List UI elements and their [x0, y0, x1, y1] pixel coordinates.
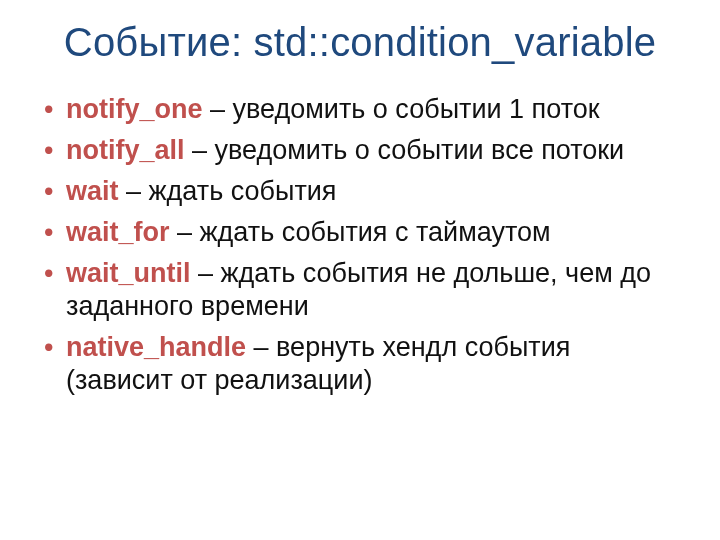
list-item: native_handle – вернуть хендл события (з… [40, 331, 674, 397]
term: notify_all [66, 135, 185, 165]
term: wait [66, 176, 119, 206]
list-item: notify_one – уведомить о событии 1 поток [40, 93, 674, 126]
description: – уведомить о событии все потоки [185, 135, 625, 165]
term: notify_one [66, 94, 203, 124]
term: wait_until [66, 258, 191, 288]
list-item: wait_for – ждать события с таймаутом [40, 216, 674, 249]
description: – уведомить о событии 1 поток [203, 94, 600, 124]
list-item: wait_until – ждать события не дольше, че… [40, 257, 674, 323]
description: – ждать события с таймаутом [170, 217, 551, 247]
term: wait_for [66, 217, 170, 247]
slide: Событие: std::condition_variable notify_… [0, 0, 720, 540]
list-item: notify_all – уведомить о событии все пот… [40, 134, 674, 167]
term: native_handle [66, 332, 246, 362]
list-item: wait – ждать события [40, 175, 674, 208]
description: – ждать события [119, 176, 337, 206]
slide-title: Событие: std::condition_variable [40, 20, 680, 65]
bullet-list: notify_one – уведомить о событии 1 поток… [40, 93, 680, 397]
